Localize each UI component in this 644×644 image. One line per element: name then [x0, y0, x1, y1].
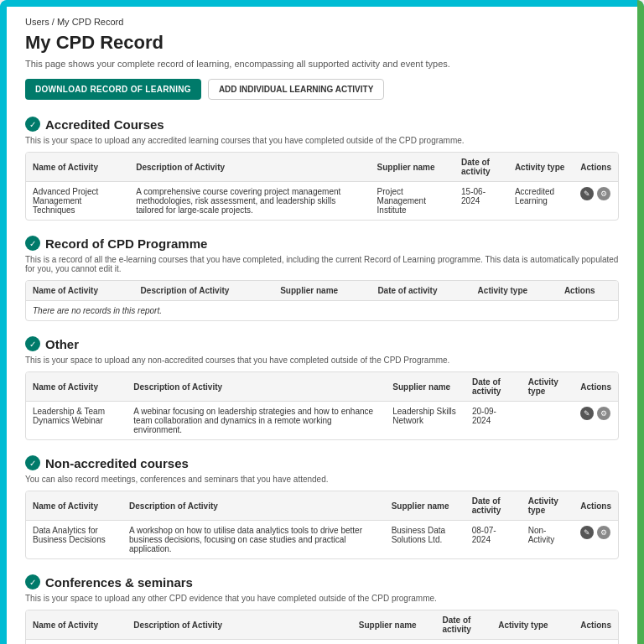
- section-non-accredited: ✓Non-accredited coursesYou can also reco…: [25, 455, 619, 559]
- delete-icon[interactable]: ⚙: [597, 526, 610, 539]
- th-supplier-name: Supplier name: [385, 491, 465, 521]
- action-icons: ✎⚙: [580, 407, 611, 420]
- activity-type: Accredited Learning: [508, 182, 574, 221]
- section-header-accredited-courses: ✓Accredited Courses: [25, 117, 619, 132]
- delete-icon[interactable]: ⚙: [597, 407, 610, 420]
- table-wrapper-record-cpd: Name of ActivityDescription of ActivityS…: [25, 280, 619, 321]
- table-row: Data Analytics for Business DecisionsA w…: [26, 521, 618, 559]
- main-content: Users / My CPD Record My CPD Record This…: [0, 0, 644, 644]
- th-name-of-activity: Name of Activity: [26, 491, 122, 521]
- activity-description: A workshop on how to utilise data analyt…: [122, 521, 385, 559]
- section-conferences: ✓Conferences & seminarsThis is your spac…: [25, 574, 619, 644]
- no-records-message: There are no records in this report.: [26, 301, 618, 321]
- supplier-name: Leadership Skills Network: [386, 402, 465, 440]
- section-title-non-accredited: Non-accredited courses: [45, 456, 189, 470]
- th-date-of-activity: Date of activity: [435, 610, 491, 640]
- activity-name: Advanced Marketing Strategy Seminar: [26, 640, 127, 645]
- supplier-name: Global Marketing Academy: [352, 640, 436, 645]
- table-wrapper-non-accredited: Name of ActivityDescription of ActivityS…: [25, 491, 619, 559]
- section-title-accredited-courses: Accredited Courses: [45, 117, 164, 132]
- action-icons: ✎⚙: [580, 187, 611, 200]
- section-desc-record-cpd: This is a record of all the e-learning c…: [25, 255, 619, 273]
- page-description: This page shows your complete record of …: [25, 59, 619, 69]
- activity-type: User-added Activity - My Space: [491, 640, 574, 645]
- th-activity-type: Activity type: [522, 372, 574, 402]
- section-desc-accredited-courses: This is your space to upload any accredi…: [25, 136, 619, 145]
- section-icon-accredited-courses: ✓: [25, 117, 40, 132]
- table-wrapper-conferences: Name of ActivityDescription of ActivityS…: [25, 610, 619, 644]
- table-non-accredited: Name of ActivityDescription of ActivityS…: [26, 491, 618, 558]
- section-icon-other: ✓: [25, 336, 40, 351]
- section-title-other: Other: [45, 337, 79, 351]
- edit-icon[interactable]: ✎: [580, 407, 594, 420]
- th-actions: Actions: [574, 372, 618, 402]
- table-row: Leadership & Team Dynamics WebinarA webi…: [26, 402, 618, 440]
- supplier-name: Business Data Solutions Ltd.: [385, 521, 465, 559]
- th-name-of-activity: Name of Activity: [26, 372, 127, 402]
- border-left: [0, 0, 7, 644]
- th-description-of-activity: Description of Activity: [127, 372, 386, 402]
- section-desc-non-accredited: You can also record meetings, conference…: [25, 475, 619, 484]
- th-supplier-name: Supplier name: [386, 372, 465, 402]
- th-activity-type: Activity type: [471, 281, 558, 301]
- th-date-of-activity: Date of activity: [454, 153, 508, 182]
- date-of-activity: 08-07-2024: [465, 521, 522, 559]
- border-right: [637, 0, 644, 644]
- breadcrumb-current: My CPD Record: [57, 17, 123, 27]
- th-activity-type: Activity type: [491, 610, 574, 640]
- supplier-name: Project Management Institute: [371, 182, 454, 221]
- date-of-activity: 01-10-2024: [435, 640, 491, 645]
- th-date-of-activity: Date of activity: [371, 281, 470, 301]
- th-description-of-activity: Description of Activity: [122, 491, 385, 521]
- section-header-other: ✓Other: [25, 336, 619, 351]
- add-activity-button[interactable]: ADD INDIVIDUAL LEARNING ACTIVITY: [208, 79, 384, 100]
- action-buttons: DOWNLOAD RECORD OF LEARNING ADD INDIVIDU…: [25, 79, 619, 100]
- section-icon-conferences: ✓: [25, 574, 40, 589]
- section-desc-conferences: This is your space to upload any other C…: [25, 594, 619, 603]
- activity-description: A webinar focusing on leadership strateg…: [127, 402, 386, 440]
- th-name-of-activity: Name of Activity: [26, 610, 127, 640]
- action-icons: ✎⚙: [580, 526, 611, 539]
- table-wrapper-other: Name of ActivityDescription of ActivityS…: [25, 371, 619, 440]
- th-activity-type: Activity type: [508, 153, 574, 182]
- table-row: Advanced Project Management TechniquesA …: [26, 182, 618, 221]
- section-header-non-accredited: ✓Non-accredited courses: [25, 455, 619, 470]
- section-record-cpd: ✓Record of CPD ProgrammeThis is a record…: [25, 236, 619, 321]
- delete-icon[interactable]: ⚙: [597, 187, 610, 200]
- actions-cell: ✎⚙: [574, 402, 618, 440]
- section-desc-other: This is your space to upload any non-acc…: [25, 356, 619, 365]
- section-accredited-courses: ✓Accredited CoursesThis is your space to…: [25, 117, 619, 221]
- actions-cell: ✎⚙: [574, 521, 618, 559]
- section-header-record-cpd: ✓Record of CPD Programme: [25, 236, 619, 251]
- th-supplier-name: Supplier name: [371, 153, 454, 182]
- section-other: ✓OtherThis is your space to upload any n…: [25, 336, 619, 440]
- activity-type: [522, 402, 574, 440]
- th-description-of-activity: Description of Activity: [134, 281, 274, 301]
- th-actions: Actions: [574, 491, 618, 521]
- activity-type: Non-Activity: [522, 521, 574, 559]
- section-icon-record-cpd: ✓: [25, 236, 40, 251]
- th-supplier-name: Supplier name: [352, 610, 436, 640]
- edit-icon[interactable]: ✎: [580, 187, 594, 200]
- section-title-conferences: Conferences & seminars: [45, 575, 193, 589]
- table-conferences: Name of ActivityDescription of ActivityS…: [26, 610, 618, 644]
- breadcrumb-separator: /: [52, 17, 55, 27]
- activity-name: Data Analytics for Business Decisions: [26, 521, 122, 559]
- th-activity-type: Activity type: [522, 491, 574, 521]
- th-name-of-activity: Name of Activity: [26, 281, 134, 301]
- table-row: Advanced Marketing Strategy SeminarSemin…: [26, 640, 618, 645]
- border-top: [0, 0, 644, 7]
- date-of-activity: 20-09-2024: [465, 402, 522, 440]
- sections-container: ✓Accredited CoursesThis is your space to…: [25, 117, 619, 644]
- th-actions: Actions: [574, 610, 618, 640]
- edit-icon[interactable]: ✎: [580, 526, 594, 539]
- section-icon-non-accredited: ✓: [25, 455, 40, 470]
- th-date-of-activity: Date of activity: [465, 491, 522, 521]
- th-actions: Actions: [558, 281, 618, 301]
- activity-description: Seminar exploring the latest marketing s…: [127, 640, 352, 645]
- section-title-record-cpd: Record of CPD Programme: [45, 236, 207, 251]
- date-of-activity: 15-06-2024: [454, 182, 508, 221]
- th-description-of-activity: Description of Activity: [127, 610, 352, 640]
- actions-cell: ✎⚙: [574, 640, 618, 645]
- download-button[interactable]: DOWNLOAD RECORD OF LEARNING: [25, 79, 201, 100]
